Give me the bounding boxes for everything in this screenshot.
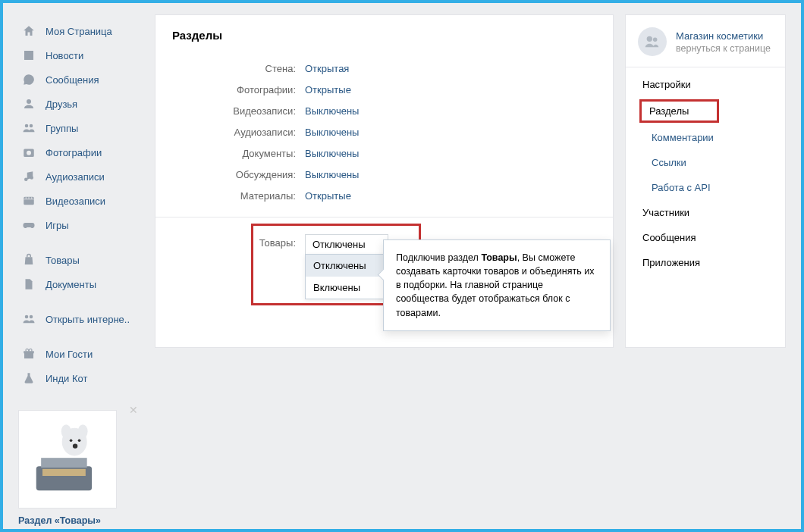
nav-item-game[interactable]: Игры	[18, 213, 143, 237]
setting-value[interactable]: Выключены	[305, 148, 359, 159]
nav-item-audio[interactable]: Аудиозаписи	[18, 164, 143, 189]
svg-point-8	[25, 315, 29, 319]
bag-icon	[21, 252, 36, 268]
setting-value[interactable]: Открытые	[305, 190, 351, 202]
svg-point-9	[30, 315, 33, 319]
nav-label: Аудиозаписи	[46, 171, 105, 183]
nav-label: Фотографии	[46, 147, 102, 158]
setting-value[interactable]: Выключены	[305, 169, 359, 180]
right-menu-sections-active[interactable]: Разделы	[626, 97, 785, 125]
setting-row: Стена:Открытая	[155, 63, 590, 74]
goods-select-current[interactable]: Отключены	[305, 234, 388, 255]
nav-item-news[interactable]: Новости	[18, 43, 143, 67]
setting-label: Фотографии:	[155, 84, 296, 95]
user-icon	[21, 96, 36, 111]
svg-point-17	[70, 439, 73, 442]
promo-title[interactable]: Раздел «Товары» ВКонтакте	[18, 515, 132, 532]
nav-item-home[interactable]: Моя Страница	[18, 19, 143, 43]
goods-select[interactable]: Отключены Отключены Включены	[305, 234, 388, 255]
news-icon	[21, 48, 36, 63]
nav-item-user[interactable]: Друзья	[18, 92, 143, 116]
nav-label: Документы	[46, 279, 96, 290]
svg-point-0	[27, 99, 31, 104]
setting-label: Видеозаписи:	[155, 105, 296, 117]
nav-item-video[interactable]: Видеозаписи	[18, 189, 143, 213]
goods-tooltip: Подключив раздел Товары, Вы сможете созд…	[383, 239, 611, 331]
nav-item-group[interactable]: Открыть интерне..	[18, 307, 143, 331]
nav-item-msg[interactable]: Сообщения	[18, 67, 143, 92]
right-menu-item[interactable]: Сообщения	[626, 225, 785, 250]
group-icon	[21, 120, 36, 136]
goods-select-dropdown: Отключены Включены	[305, 254, 391, 299]
setting-row: Материалы:Открытые	[155, 190, 590, 202]
right-menu-item[interactable]: Настройки	[626, 72, 785, 97]
nav-label: Открыть интерне..	[46, 314, 130, 325]
svg-point-2	[30, 124, 33, 128]
left-navigation: Моя СтраницаНовостиСообщенияДрузьяГруппы…	[18, 14, 143, 518]
setting-value[interactable]: Открытая	[305, 63, 349, 74]
svg-rect-13	[41, 458, 87, 468]
right-panel: Магазин косметики вернуться к странице Н…	[625, 14, 786, 348]
right-menu-item[interactable]: Приложения	[626, 250, 785, 275]
promo-close-icon[interactable]: ✕	[129, 404, 138, 416]
svg-point-4	[27, 151, 31, 155]
right-menu-item[interactable]: Работа с API	[626, 175, 785, 200]
right-menu-item[interactable]: Ссылки	[626, 150, 785, 175]
audio-icon	[21, 169, 36, 184]
svg-point-22	[653, 38, 658, 42]
promo-image[interactable]	[18, 410, 117, 509]
right-menu-active-box: Разделы	[639, 99, 719, 123]
setting-label: Материалы:	[155, 190, 296, 202]
nav-item-group[interactable]: Группы	[18, 116, 143, 140]
svg-point-16	[78, 424, 88, 438]
community-name: Магазин косметики	[676, 30, 771, 42]
group-icon	[21, 311, 36, 327]
nav-item-flask[interactable]: Инди Кот	[18, 366, 143, 390]
svg-point-1	[25, 124, 29, 128]
right-menu-item[interactable]: Комментарии	[626, 125, 785, 150]
setting-value[interactable]: Выключены	[305, 127, 359, 138]
home-icon	[21, 23, 36, 39]
nav-label: Друзья	[46, 99, 77, 110]
setting-label: Аудиозаписи:	[155, 127, 296, 138]
setting-row: Фотографии:Открытые	[155, 84, 590, 95]
nav-item-doc[interactable]: Документы	[18, 272, 143, 296]
setting-row: Аудиозаписи:Выключены	[155, 127, 590, 138]
community-back-link[interactable]: вернуться к странице	[676, 43, 771, 54]
nav-item-photo[interactable]: Фотографии	[18, 140, 143, 164]
nav-label: Моя Страница	[46, 26, 112, 37]
photo-icon	[21, 145, 36, 160]
page-title: Разделы	[155, 15, 613, 63]
nav-item-bag[interactable]: Товары	[18, 248, 143, 272]
setting-row: Видеозаписи:Выключены	[155, 105, 590, 117]
nav-item-gift[interactable]: Мои Гости	[18, 342, 143, 366]
nav-label: Инди Кот	[46, 373, 87, 384]
nav-label: Группы	[46, 123, 78, 134]
setting-value[interactable]: Выключены	[305, 105, 359, 117]
right-menu-item[interactable]: Участники	[626, 200, 785, 225]
game-icon	[21, 217, 36, 233]
nav-label: Товары	[46, 255, 80, 266]
goods-label: Товары:	[155, 234, 296, 249]
msg-icon	[21, 72, 36, 87]
setting-row: Обсуждения:Выключены	[155, 169, 590, 180]
goods-option-enabled[interactable]: Включены	[306, 277, 391, 299]
svg-rect-20	[42, 469, 86, 476]
tooltip-bold: Товары	[481, 252, 517, 263]
setting-value[interactable]: Открытые	[305, 84, 351, 95]
svg-point-15	[61, 424, 71, 438]
community-avatar	[638, 27, 667, 56]
setting-label: Стена:	[155, 63, 296, 74]
gift-icon	[21, 346, 36, 361]
svg-point-18	[78, 439, 81, 442]
community-header[interactable]: Магазин косметики вернуться к странице	[626, 15, 785, 67]
svg-point-19	[73, 443, 77, 448]
setting-label: Обсуждения:	[155, 169, 296, 180]
main-panel: Разделы Стена:ОткрытаяФотографии:Открыты…	[155, 14, 614, 348]
nav-label: Мои Гости	[46, 349, 93, 360]
flask-icon	[21, 371, 36, 386]
tooltip-text-pre: Подключив раздел	[396, 252, 481, 263]
svg-point-6	[30, 176, 34, 180]
svg-point-5	[24, 178, 28, 182]
nav-label: Игры	[46, 220, 69, 231]
